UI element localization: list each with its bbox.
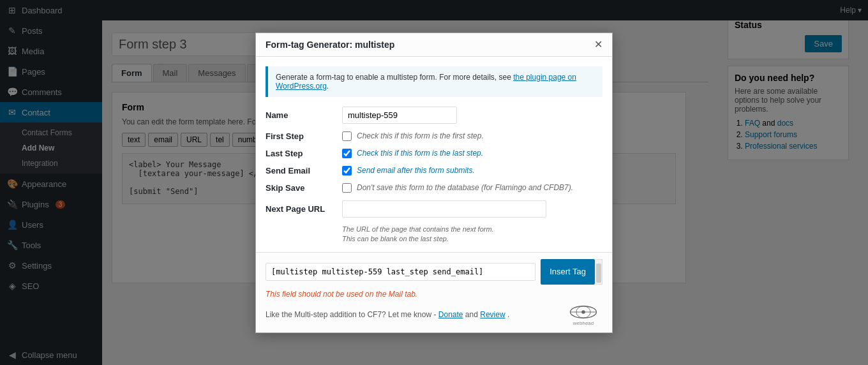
first-step-checkbox-group: Check this if this form is the first ste… xyxy=(342,131,484,141)
generated-tag-row: Insert Tag xyxy=(266,259,602,285)
send-email-checkbox-group: Send email after this form submits. xyxy=(342,166,475,175)
review-link[interactable]: Review xyxy=(480,310,505,319)
modal-overlay: Form-tag Generator: multistep ✕ Generate… xyxy=(0,0,868,365)
info-box: Generate a form-tag to enable a multiste… xyxy=(266,66,602,97)
last-step-hint: Check this if this form is the last step… xyxy=(357,149,483,158)
donate-link[interactable]: Donate xyxy=(438,310,463,319)
modal-header: Form-tag Generator: multistep ✕ xyxy=(256,33,612,57)
next-page-url-hint2: This can be blank on the last step. xyxy=(342,235,602,242)
modal: Form-tag Generator: multistep ✕ Generate… xyxy=(255,33,613,333)
insert-tag-button[interactable]: Insert Tag xyxy=(541,259,595,285)
first-step-checkbox[interactable] xyxy=(342,131,352,141)
modal-body: Generate a form-tag to enable a multiste… xyxy=(256,57,612,252)
last-step-checkbox[interactable] xyxy=(342,149,352,158)
next-page-url-label: Next Page URL xyxy=(266,204,342,214)
send-email-label: Send Email xyxy=(266,166,342,175)
last-step-checkbox-group: Check this if this form is the last step… xyxy=(342,149,483,158)
next-page-url-input[interactable] xyxy=(342,200,546,218)
last-step-label: Last Step xyxy=(266,149,342,158)
webhead-logo: webhead xyxy=(564,304,602,326)
skip-save-checkbox-group: Don't save this form to the database (fo… xyxy=(342,183,573,193)
skip-save-hint: Don't save this form to the database (fo… xyxy=(357,183,573,192)
first-step-row: First Step Check this if this form is th… xyxy=(266,131,602,141)
first-step-hint: Check this if this form is the first ste… xyxy=(357,131,484,140)
send-email-row: Send Email Send email after this form su… xyxy=(266,166,602,175)
name-field-row: Name xyxy=(266,107,602,124)
modal-close-button[interactable]: ✕ xyxy=(594,40,602,50)
footer-text: Like the Multi-step addition to CF7? Let… xyxy=(266,310,509,319)
skip-save-label: Skip Save xyxy=(266,183,342,193)
next-page-url-row: Next Page URL xyxy=(266,200,602,218)
skip-save-row: Skip Save Don't save this form to the da… xyxy=(266,183,602,193)
name-label: Name xyxy=(266,110,342,120)
footer-bottom: Like the Multi-step addition to CF7? Let… xyxy=(266,304,602,326)
generated-tag-input[interactable] xyxy=(266,263,535,281)
modal-title: Form-tag Generator: multistep xyxy=(266,40,394,50)
first-step-label: First Step xyxy=(266,131,342,141)
info-text: Generate a form-tag to enable a multiste… xyxy=(276,73,513,82)
svg-point-3 xyxy=(581,310,585,314)
footer-note: This field should not be used on the Mai… xyxy=(266,290,602,299)
send-email-checkbox[interactable] xyxy=(342,166,352,175)
send-email-hint: Send email after this form submits. xyxy=(357,166,475,175)
skip-save-checkbox[interactable] xyxy=(342,183,352,193)
last-step-row: Last Step Check this if this form is the… xyxy=(266,149,602,158)
next-page-url-hint1: The URL of the page that contains the ne… xyxy=(342,225,602,233)
modal-footer: Insert Tag This field should not be used… xyxy=(256,252,612,332)
name-input[interactable] xyxy=(342,107,457,124)
